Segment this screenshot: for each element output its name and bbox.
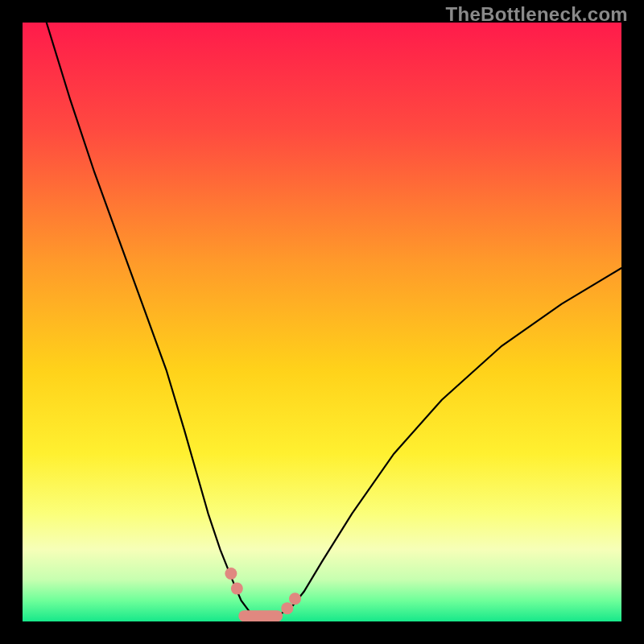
plot-area	[23, 23, 621, 621]
watermark-text: TheBottleneck.com	[446, 3, 628, 26]
svg-rect-0	[23, 23, 621, 621]
chart-frame: TheBottleneck.com	[0, 0, 644, 644]
gradient-background	[23, 23, 621, 621]
